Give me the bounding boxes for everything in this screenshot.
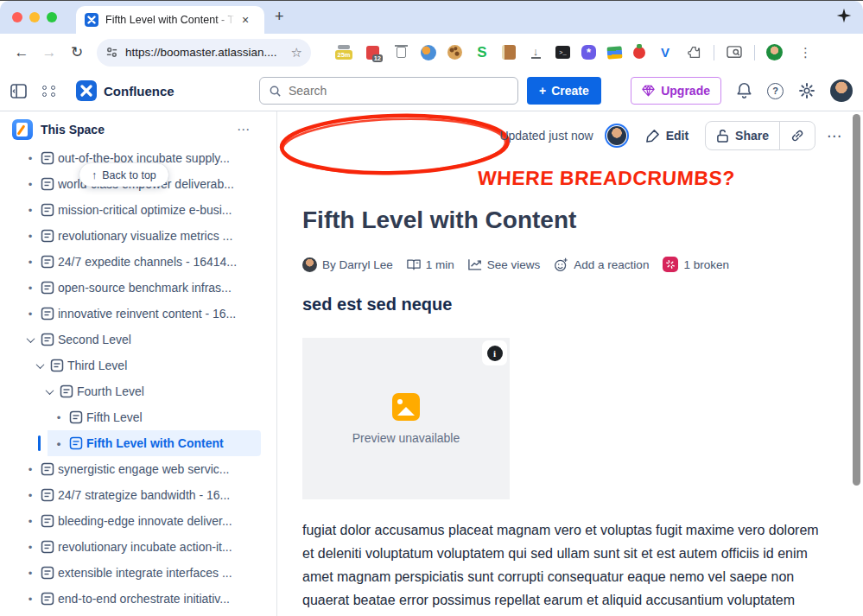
item-marker-icon[interactable]: • (23, 308, 37, 321)
trash-extension-icon[interactable] (392, 44, 409, 61)
sidebar-item[interactable]: • mission-critical optimize e-busi... (0, 197, 261, 223)
zoom-window-button[interactable] (47, 12, 57, 22)
extensions-puzzle-icon[interactable] (685, 44, 702, 61)
browser-tab[interactable]: Fifth Level with Content - Thi × (76, 6, 264, 34)
sidebar-item[interactable]: • end-to-end orchestrate initiativ... (0, 586, 261, 612)
sidebar-item-label: revolutionary incubate action-it... (58, 540, 232, 554)
green-s-extension-icon[interactable]: S (473, 44, 491, 61)
broken-links[interactable]: 1 broken (663, 257, 729, 272)
side-search-icon[interactable] (726, 44, 743, 61)
user-avatar[interactable] (830, 79, 853, 102)
reader-extension-icon[interactable]: 12 (364, 44, 381, 61)
reload-button[interactable]: ↻ (66, 43, 88, 61)
timer-extension-icon[interactable]: 25m (335, 44, 352, 61)
item-marker-icon[interactable]: • (23, 282, 37, 295)
app-switcher-icon[interactable] (42, 86, 57, 97)
sidebar-item[interactable]: • 24/7 strategize bandwidth - 16... (0, 482, 261, 508)
document-icon (41, 203, 54, 217)
pencil-icon (645, 129, 660, 143)
url-text[interactable]: https://boomaster.atlassian.... (125, 46, 284, 59)
copy-link-icon[interactable] (780, 122, 815, 149)
minimize-window-button[interactable] (29, 12, 40, 22)
share-button-group: Share (705, 121, 815, 150)
back-button[interactable]: ← (10, 44, 33, 61)
item-marker-icon[interactable] (23, 337, 37, 343)
space-header[interactable]: This Space ⋯ (0, 111, 276, 148)
sidebar-item[interactable]: • open-source benchmark infras... (0, 275, 261, 301)
tab-close-icon[interactable]: × (242, 14, 249, 26)
cookie-extension-icon[interactable] (447, 45, 462, 60)
sidebar-item[interactable]: Fourth Level (0, 378, 261, 404)
info-button[interactable]: i (482, 340, 507, 365)
item-marker-icon[interactable]: • (23, 515, 37, 528)
item-marker-icon[interactable]: • (52, 437, 66, 450)
bookmark-star-icon[interactable]: ☆ (291, 45, 302, 60)
item-marker-icon[interactable]: • (23, 230, 37, 243)
sidebar-item[interactable]: • Fifth Level (0, 404, 261, 430)
help-icon[interactable]: ? (767, 83, 784, 99)
settings-gear-icon[interactable] (798, 82, 815, 99)
item-marker-icon[interactable]: • (23, 541, 37, 554)
terminal-extension-icon[interactable]: >_ (555, 46, 570, 59)
toolbar-separator (714, 45, 714, 60)
search-input[interactable] (289, 84, 496, 98)
sidebar-item[interactable]: • revolutionary incubate action-it... (0, 534, 261, 560)
back-to-top-button[interactable]: ↑ Back to top (79, 163, 168, 187)
add-reaction[interactable]: Add a reaction (554, 257, 649, 272)
confluence-logo-icon[interactable] (76, 80, 97, 101)
item-marker-icon[interactable]: • (52, 411, 66, 424)
item-marker-icon[interactable]: • (23, 256, 37, 269)
updated-timestamp[interactable]: Updated just now (499, 129, 593, 143)
author-avatar[interactable] (605, 124, 629, 148)
browser-profile-avatar[interactable] (766, 44, 783, 60)
sidebar-item[interactable]: • innovative reinvent content - 16... (0, 301, 261, 327)
sidebar-item[interactable]: • revolutionary visualize metrics ... (0, 223, 261, 249)
toolbar-separator (754, 45, 755, 60)
upgrade-button[interactable]: Upgrade (631, 77, 721, 105)
attachment-preview-card[interactable]: Preview unavailable i (302, 338, 510, 499)
see-views[interactable]: See views (468, 258, 541, 271)
extension-badge: 12 (372, 54, 383, 62)
sidebar-item[interactable]: • bleeding-edge innovate deliver... (0, 508, 261, 534)
page-more-icon[interactable]: ⋯ (827, 127, 842, 145)
item-marker-icon[interactable]: • (23, 567, 37, 580)
close-window-button[interactable] (12, 12, 22, 22)
sidebar-item[interactable]: Third Level (0, 352, 261, 378)
browser-menu-icon[interactable]: ⋮ (799, 45, 813, 60)
sidebar-toggle-icon[interactable] (10, 84, 27, 98)
sidebar-item[interactable]: • Fifth Level with Content (0, 430, 261, 456)
sidebar-item[interactable]: • 24/7 expedite channels - 16414... (0, 249, 261, 275)
tab-search-sparkle-icon[interactable] (835, 7, 853, 24)
journal-extension-icon[interactable] (502, 45, 516, 60)
forward-button[interactable]: → (38, 44, 60, 61)
byline-author[interactable]: By Darryl Lee (302, 257, 393, 272)
books-extension-icon[interactable] (607, 46, 623, 59)
address-bar[interactable]: https://boomaster.atlassian.... ☆ (97, 39, 311, 67)
purple-extension-icon[interactable]: * (581, 45, 596, 60)
globe-extension-icon[interactable] (421, 45, 436, 60)
search-field[interactable] (259, 77, 518, 105)
download-extension-icon[interactable]: ↓ (527, 44, 544, 61)
sidebar-item[interactable]: Second Level (0, 327, 261, 352)
vimium-extension-icon[interactable]: V (657, 44, 674, 61)
item-marker-icon[interactable]: • (23, 463, 37, 476)
item-marker-icon[interactable]: • (23, 152, 37, 165)
item-marker-icon[interactable]: • (23, 178, 37, 191)
item-marker-icon[interactable]: • (23, 489, 37, 502)
create-button[interactable]: + Create (527, 77, 601, 105)
item-marker-icon[interactable] (33, 363, 47, 369)
tomato-extension-icon[interactable] (633, 47, 645, 59)
item-marker-icon[interactable] (42, 389, 56, 395)
item-marker-icon[interactable]: • (23, 593, 37, 606)
red-ellipse-annotation (277, 111, 512, 179)
item-marker-icon[interactable]: • (23, 204, 37, 217)
space-more-icon[interactable]: ⋯ (237, 122, 251, 137)
new-tab-button[interactable]: + (275, 8, 284, 26)
share-button[interactable]: Share (706, 122, 779, 149)
site-settings-icon[interactable] (105, 46, 118, 59)
edit-button[interactable]: Edit (640, 125, 694, 147)
scrollbar-thumb[interactable] (853, 114, 860, 486)
notifications-bell-icon[interactable] (736, 82, 752, 99)
sidebar-item[interactable]: • extensible integrate interfaces ... (0, 560, 261, 586)
sidebar-item[interactable]: • synergistic engage web servic... (0, 456, 261, 482)
